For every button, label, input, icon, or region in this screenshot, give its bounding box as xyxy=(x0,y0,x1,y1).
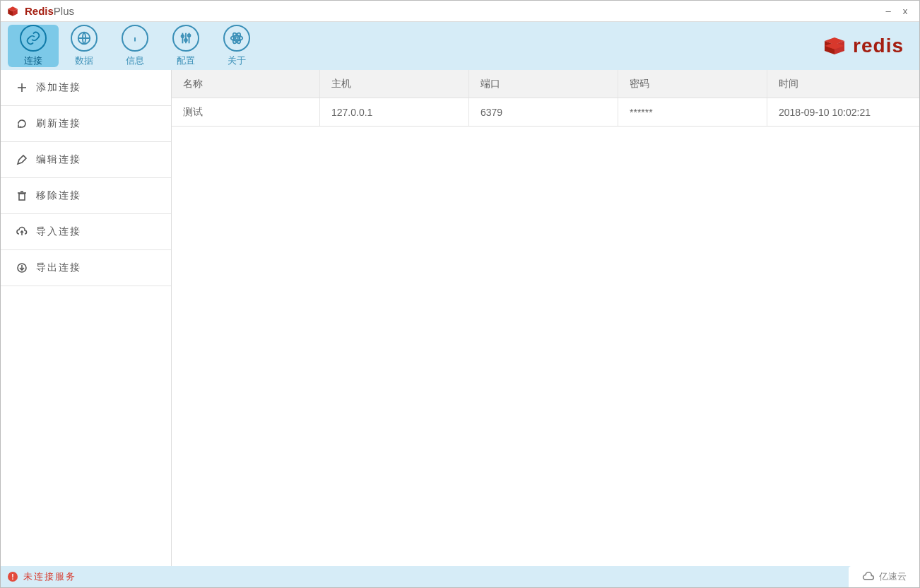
cell-name: 测试 xyxy=(172,98,320,126)
plus-icon xyxy=(16,82,28,93)
cell-time: 2018-09-10 10:02:21 xyxy=(767,98,919,126)
tab-label: 关于 xyxy=(228,54,246,67)
table-row[interactable]: 测试 127.0.0.1 6379 ****** 2018-09-10 10:0… xyxy=(172,98,919,127)
close-button[interactable]: x xyxy=(897,4,914,18)
sidebar: 添加连接 刷新连接 编辑连接 移除连接 导入连接 导出连接 xyxy=(1,70,172,566)
sidebar-item-label: 导出连接 xyxy=(36,261,81,274)
app-title-light: Plus xyxy=(54,5,74,17)
edit-icon xyxy=(16,154,28,165)
watermark: 亿速云 xyxy=(849,566,919,587)
sidebar-item-remove[interactable]: 移除连接 xyxy=(1,178,171,214)
sidebar-item-refresh[interactable]: 刷新连接 xyxy=(1,106,171,142)
table-header: 名称 主机 端口 密码 时间 xyxy=(172,70,919,98)
cell-password: ****** xyxy=(618,98,767,126)
sidebar-item-label: 编辑连接 xyxy=(36,153,81,166)
status-error-icon: ! xyxy=(8,572,18,582)
toolbar: 连接 数据 信息 配置 关于 redi xyxy=(1,22,919,70)
app-title-strong: Redis xyxy=(25,5,54,17)
tab-label: 连接 xyxy=(24,54,42,67)
tab-about[interactable]: 关于 xyxy=(211,25,262,67)
statusbar: ! 未连接服务 亿速云 xyxy=(1,566,919,587)
titlebar: RedisPlus – x xyxy=(1,1,919,22)
tab-connection[interactable]: 连接 xyxy=(8,25,59,67)
tab-label: 信息 xyxy=(126,54,144,67)
col-time: 时间 xyxy=(767,70,919,98)
sidebar-item-label: 移除连接 xyxy=(36,189,81,202)
refresh-icon xyxy=(16,118,28,129)
tab-label: 数据 xyxy=(75,54,93,67)
tab-info[interactable]: 信息 xyxy=(110,25,160,67)
sliders-icon xyxy=(178,30,194,46)
tab-label: 配置 xyxy=(177,54,195,67)
sidebar-item-edit[interactable]: 编辑连接 xyxy=(1,142,171,178)
cell-port: 6379 xyxy=(469,98,618,126)
col-host: 主机 xyxy=(320,70,469,98)
cloud-up-icon xyxy=(16,226,28,237)
app-logo-icon xyxy=(6,5,19,18)
col-password: 密码 xyxy=(618,70,767,98)
link-icon xyxy=(25,30,41,46)
svg-point-12 xyxy=(235,37,238,40)
content: 名称 主机 端口 密码 时间 测试 127.0.0.1 6379 ****** … xyxy=(172,70,919,566)
watermark-text: 亿速云 xyxy=(879,570,907,583)
col-port: 端口 xyxy=(469,70,618,98)
cell-host: 127.0.0.1 xyxy=(320,98,469,126)
svg-rect-24 xyxy=(19,194,25,200)
trash-icon xyxy=(16,190,28,201)
minimize-button[interactable]: – xyxy=(880,4,897,18)
atom-icon xyxy=(229,30,244,46)
sidebar-item-label: 刷新连接 xyxy=(36,117,81,130)
sidebar-item-export[interactable]: 导出连接 xyxy=(1,250,171,286)
sidebar-item-label: 添加连接 xyxy=(36,81,81,94)
tab-config[interactable]: 配置 xyxy=(160,25,211,67)
info-icon xyxy=(127,30,143,46)
cloud-icon xyxy=(862,572,876,582)
redis-cube-icon xyxy=(820,35,849,57)
status-text: 未连接服务 xyxy=(23,570,76,583)
brand-logo: redis xyxy=(820,35,904,57)
sidebar-item-label: 导入连接 xyxy=(36,225,81,238)
sidebar-item-add[interactable]: 添加连接 xyxy=(1,70,171,106)
tab-data[interactable]: 数据 xyxy=(59,25,110,67)
download-icon xyxy=(16,262,28,274)
col-name: 名称 xyxy=(172,70,320,98)
globe-icon xyxy=(76,30,92,46)
sidebar-item-import[interactable]: 导入连接 xyxy=(1,214,171,250)
brand-text: redis xyxy=(853,35,904,57)
